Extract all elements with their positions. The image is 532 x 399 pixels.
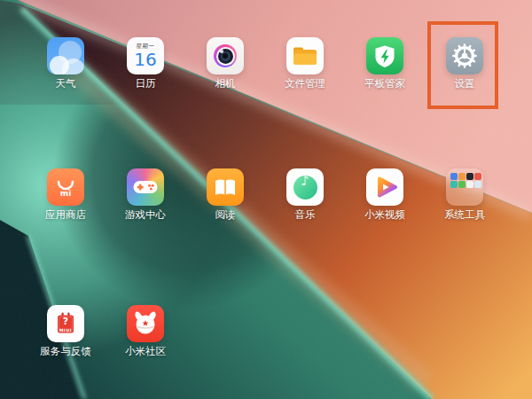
app-mi-community[interactable]: 小米社区 (108, 305, 183, 357)
mini-app-icon (474, 181, 481, 188)
mini-app-icon (450, 173, 458, 180)
app-services-feedback[interactable]: ? MIUI 服务与反馈 (28, 305, 103, 357)
mi-bunny-icon (127, 305, 164, 342)
folder-system-tools[interactable]: 系统工具 (427, 168, 502, 221)
calendar-icon: 星期一 16 (127, 37, 164, 74)
weather-icon (47, 37, 84, 74)
app-label: 服务与反馈 (28, 346, 103, 357)
settings-highlight-rectangle (427, 21, 498, 109)
folder-label: 系统工具 (427, 209, 502, 221)
feedback-sign-icon: ? MIUI (47, 305, 84, 342)
app-label: 小米视频 (348, 209, 422, 221)
mini-app-icon (450, 181, 458, 188)
app-mi-video[interactable]: 小米视频 (348, 168, 422, 221)
app-reader[interactable]: 阅读 (188, 168, 262, 221)
app-label: 平板管家 (348, 78, 422, 90)
app-file-manager[interactable]: 文件管理 (268, 37, 342, 90)
folder-files-icon (286, 37, 324, 74)
app-game-center[interactable]: 游戏中心 (108, 168, 183, 221)
app-label: 应用商店 (28, 209, 103, 221)
app-store-bag-icon: mi (47, 168, 84, 206)
app-tablet-manager[interactable]: 平板管家 (348, 37, 422, 90)
app-label: 游戏中心 (108, 209, 183, 221)
home-screen: 天气 星期一 16 日历 相机 文件管理 (0, 0, 532, 399)
app-label: 日历 (108, 78, 183, 90)
app-calendar[interactable]: 星期一 16 日历 (108, 37, 183, 90)
music-note-glyph: ♪ (286, 173, 324, 189)
mini-app-icon (458, 173, 466, 180)
app-label: 相机 (188, 78, 262, 90)
gamepad-icon (127, 168, 164, 206)
mini-app-icon (466, 181, 473, 188)
mini-app-icon (466, 173, 473, 180)
app-label: 阅读 (188, 209, 262, 221)
app-music[interactable]: ♪ 音乐 (268, 168, 342, 221)
cloud-shape (62, 59, 84, 74)
calendar-day: 16 (127, 51, 164, 68)
mini-app-icon (474, 173, 481, 180)
mini-app-icon (458, 181, 466, 188)
play-triangle-icon (366, 168, 403, 206)
app-label: 天气 (28, 78, 103, 90)
feedback-question-glyph: ? (47, 317, 84, 326)
music-icon: ♪ (286, 168, 324, 206)
app-store-logo-text: mi (47, 189, 84, 198)
camera-icon (207, 37, 244, 74)
app-label: 音乐 (268, 209, 342, 221)
app-label: 小米社区 (108, 346, 183, 357)
folder-mini-apps (450, 173, 479, 188)
app-weather[interactable]: 天气 (28, 37, 103, 90)
app-label: 文件管理 (268, 78, 342, 90)
shield-bolt-icon (366, 37, 403, 74)
feedback-brand-text: MIUI (47, 328, 84, 332)
app-app-store[interactable]: mi 应用商店 (28, 168, 103, 221)
app-camera[interactable]: 相机 (188, 37, 262, 90)
folder-preview (446, 168, 483, 206)
open-book-icon (207, 168, 244, 206)
